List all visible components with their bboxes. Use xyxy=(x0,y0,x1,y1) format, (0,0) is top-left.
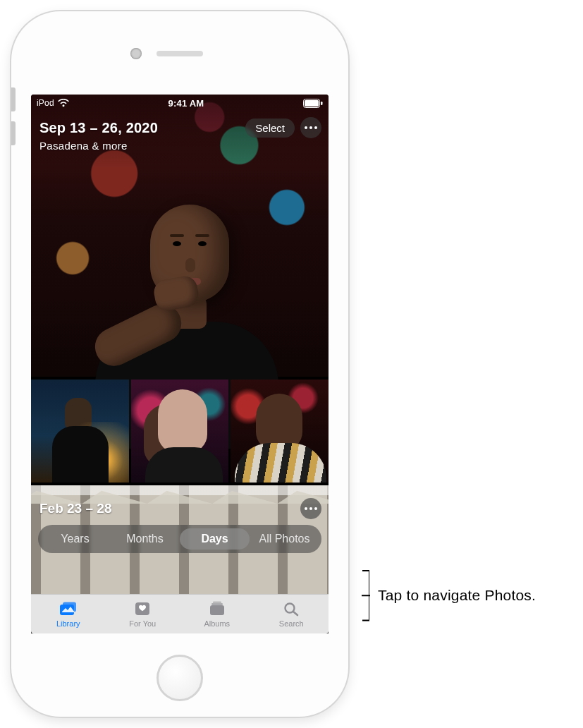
wifi-icon xyxy=(58,99,69,107)
annotation-callout: Tap to navigate Photos. xyxy=(355,570,536,621)
callout-text: Tap to navigate Photos. xyxy=(378,587,536,604)
hero-header: Sep 13 – 26, 2020 Select Pasadena & more xyxy=(31,113,329,152)
next-section[interactable]: Feb 23 – 28 Years Months Days All Photos xyxy=(31,485,329,594)
status-bar: iPod 9:41 AM xyxy=(31,95,329,111)
thumbnail-row xyxy=(31,380,329,483)
tab-albums[interactable]: Albums xyxy=(180,595,254,633)
speaker-grill xyxy=(157,51,203,56)
volume-up-button xyxy=(11,87,16,111)
battery-icon xyxy=(303,99,323,108)
hero-photo-subject xyxy=(67,192,293,404)
svg-rect-8 xyxy=(213,601,221,602)
tab-search[interactable]: Search xyxy=(254,595,329,633)
callout-bracket xyxy=(355,570,369,621)
scope-years[interactable]: Years xyxy=(40,528,110,550)
scope-all-photos[interactable]: All Photos xyxy=(250,528,319,550)
library-icon xyxy=(59,601,78,618)
section-date-range: Feb 23 – 28 xyxy=(39,501,111,516)
clock: 9:41 AM xyxy=(168,98,204,109)
for-you-icon xyxy=(133,601,152,618)
svg-rect-7 xyxy=(211,603,223,605)
photo-thumbnail[interactable] xyxy=(31,380,129,483)
device-frame: iPod 9:41 AM Sep 13 – 26, 2020 xyxy=(11,11,348,717)
more-button[interactable] xyxy=(300,117,321,138)
photo-thumbnail[interactable] xyxy=(231,380,329,483)
tab-library[interactable]: Library xyxy=(31,595,106,633)
albums-icon xyxy=(207,601,227,618)
carrier-label: iPod xyxy=(37,98,54,108)
front-camera xyxy=(130,48,142,59)
screen: iPod 9:41 AM Sep 13 – 26, 2020 xyxy=(31,95,329,633)
ellipsis-icon xyxy=(305,126,307,129)
tab-label: Search xyxy=(279,619,304,628)
tab-label: Albums xyxy=(204,619,230,628)
tab-bar: Library For You Albums Search xyxy=(31,594,329,633)
view-scope-switcher: Years Months Days All Photos xyxy=(38,525,321,553)
tab-for-you[interactable]: For You xyxy=(106,595,180,633)
select-button[interactable]: Select xyxy=(245,119,295,138)
scope-months[interactable]: Months xyxy=(110,528,180,550)
svg-rect-2 xyxy=(321,102,323,105)
ellipsis-icon xyxy=(305,507,307,510)
svg-rect-6 xyxy=(210,605,224,615)
svg-rect-1 xyxy=(305,100,319,107)
hero-location: Pasadena & more xyxy=(39,140,321,152)
section-more-button[interactable] xyxy=(300,498,321,519)
search-icon xyxy=(281,601,301,618)
home-button[interactable] xyxy=(157,655,203,701)
scope-days[interactable]: Days xyxy=(180,528,250,550)
tab-label: For You xyxy=(129,619,156,628)
volume-down-button xyxy=(11,121,16,145)
hero-date-range: Sep 13 – 26, 2020 xyxy=(39,120,158,136)
tab-label: Library xyxy=(56,619,80,628)
svg-line-10 xyxy=(293,612,297,615)
photo-thumbnail[interactable] xyxy=(131,380,229,483)
